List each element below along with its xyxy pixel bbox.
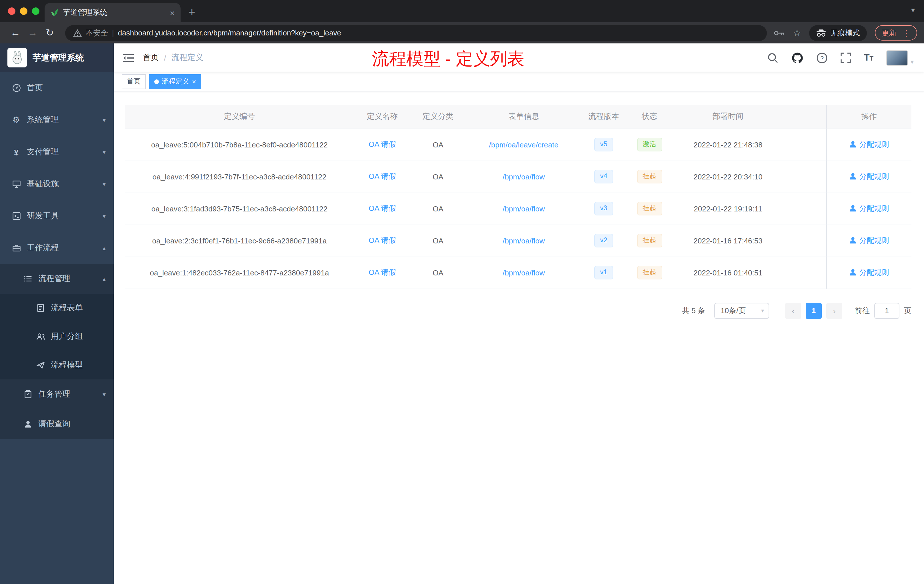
help-icon[interactable]: ? [817, 52, 827, 63]
column-header-deploy-time: 部署时间 [674, 105, 782, 129]
tag-close-icon[interactable]: × [192, 78, 196, 86]
sidebar-item-user-group[interactable]: 用户分组 [0, 322, 114, 351]
sidebar-item-label: 基础设施 [27, 179, 97, 189]
breadcrumb: 首页 / 流程定义 [143, 53, 203, 63]
bookmark-star-icon[interactable]: ☆ [793, 27, 801, 38]
page-size-value: 10条/页 [721, 305, 746, 316]
assign-rule-link[interactable]: 分配规则 [849, 139, 889, 150]
svg-text:?: ? [820, 54, 824, 61]
security-label[interactable]: 不安全 [86, 28, 108, 38]
incognito-icon [816, 28, 826, 37]
pagination: 共 5 条 10条/页 ▾ ‹ 1 › 前往 页 [125, 303, 911, 318]
sidebar-item-process-form[interactable]: 流程表单 [0, 294, 114, 322]
tag-process-definition[interactable]: 流程定义 × [149, 74, 201, 89]
tab-search-icon[interactable]: ▾ [911, 6, 915, 14]
definition-name-link[interactable]: OA 请假 [369, 172, 396, 181]
tags-view-bar: 首页 流程定义 × [114, 72, 924, 91]
incognito-label: 无痕模式 [830, 28, 860, 38]
status-badge: 挂起 [637, 234, 662, 247]
assign-rule-label: 分配规则 [860, 203, 889, 214]
form-link[interactable]: /bpm/oa/leave/create [489, 140, 559, 149]
close-window-button[interactable] [8, 7, 15, 15]
breadcrumb-home[interactable]: 首页 [143, 53, 159, 63]
model-icon [35, 361, 45, 370]
sidebar-item-process-management[interactable]: 流程管理 ▴ [0, 264, 114, 294]
form-link[interactable]: /bpm/oa/flow [503, 236, 544, 245]
url-text[interactable]: dashboard.yudao.iocoder.cn/bpm/manager/d… [118, 28, 341, 37]
browser-toolbar: ← → ↻ 不安全 | dashboard.yudao.iocoder.cn/b… [0, 22, 924, 43]
definition-name-link[interactable]: OA 请假 [369, 268, 396, 277]
assign-user-icon [849, 205, 856, 212]
new-tab-button[interactable]: + [188, 6, 195, 19]
prev-page-button[interactable]: ‹ [785, 303, 801, 318]
window-controls [8, 7, 40, 15]
search-icon[interactable] [767, 52, 778, 63]
assign-rule-label: 分配规则 [860, 236, 889, 246]
sidebar-item-workflow[interactable]: 工作流程 ▴ [0, 232, 114, 264]
infrastructure-icon [12, 180, 21, 188]
sidebar-item-leave-query[interactable]: 请假查询 [0, 409, 114, 439]
sidebar-item-devtools[interactable]: 研发工具 ▾ [0, 200, 114, 232]
update-button[interactable]: 更新 ⋮ [875, 25, 917, 41]
avatar[interactable] [886, 50, 908, 66]
definition-name-link[interactable]: OA 请假 [369, 204, 396, 213]
sidebar-logo-row[interactable]: 芋道管理系统 [0, 43, 114, 72]
cell-spacer [782, 129, 826, 160]
form-link[interactable]: /bpm/oa/flow [503, 172, 544, 181]
assign-rule-link[interactable]: 分配规则 [849, 172, 889, 182]
assign-rule-label: 分配规则 [860, 267, 889, 278]
chevron-up-icon: ▴ [102, 244, 106, 252]
browser-menu-icon[interactable]: ⋮ [902, 28, 910, 38]
tag-home[interactable]: 首页 [122, 74, 146, 89]
assign-user-icon [849, 141, 856, 148]
sidebar-item-task-management[interactable]: 任务管理 ▾ [0, 379, 114, 409]
cell-category: OA [411, 224, 465, 257]
browser-tab[interactable]: 芋道管理系统 × [45, 3, 181, 22]
tab-close-icon[interactable]: × [170, 8, 175, 17]
definition-name-link[interactable]: OA 请假 [369, 236, 396, 244]
form-link[interactable]: /bpm/oa/flow [503, 268, 544, 277]
github-icon[interactable] [792, 52, 804, 64]
version-badge: v1 [594, 266, 613, 279]
sidebar-item-payment[interactable]: ¥ 支付管理 ▾ [0, 136, 114, 168]
form-link[interactable]: /bpm/oa/flow [503, 204, 544, 213]
cell-spacer [782, 224, 826, 257]
assign-rule-link[interactable]: 分配规则 [849, 203, 889, 214]
cell-definition-id: oa_leave:4:991f2193-7b7f-11ec-a3c8-acde4… [125, 160, 354, 193]
font-size-icon[interactable]: TT [864, 53, 873, 63]
address-bar[interactable]: 不安全 | dashboard.yudao.iocoder.cn/bpm/man… [65, 25, 767, 41]
assign-rule-link[interactable]: 分配规则 [849, 236, 889, 246]
sidebar-item-infrastructure[interactable]: 基础设施 ▾ [0, 168, 114, 200]
chevron-down-icon: ▾ [102, 116, 106, 124]
breadcrumb-separator: / [164, 53, 166, 62]
page-number-button[interactable]: 1 [806, 303, 822, 318]
sidebar-item-process-model[interactable]: 流程模型 [0, 351, 114, 379]
sidebar-item-system[interactable]: ⚙ 系统管理 ▾ [0, 104, 114, 136]
active-tag-dot [154, 79, 159, 84]
key-icon[interactable] [774, 30, 785, 36]
next-page-button[interactable]: › [826, 303, 842, 318]
browser-window: 芋道管理系统 × + ▾ ← → ↻ 不安全 | dashboard.yudao… [0, 0, 924, 584]
cell-category: OA [411, 129, 465, 160]
definition-name-link[interactable]: OA 请假 [369, 140, 396, 148]
zoom-window-button[interactable] [32, 7, 40, 15]
task-icon [23, 390, 33, 399]
chevron-down-icon: ▾ [911, 58, 914, 66]
reload-button[interactable]: ↻ [41, 27, 58, 39]
toolbar-right: ☆ 无痕模式 更新 ⋮ [774, 25, 917, 41]
minimize-window-button[interactable] [20, 7, 27, 15]
status-badge: 挂起 [637, 202, 662, 215]
page-jump-input[interactable] [874, 303, 899, 318]
sidebar: 芋道管理系统 首页 ⚙ 系统管理 ▾ ¥ 支付管理 ▾ [0, 43, 114, 584]
warning-icon [73, 29, 82, 37]
sidebar-fold-icon[interactable] [123, 53, 134, 63]
user-menu[interactable]: ▾ [886, 50, 914, 66]
page-size-select[interactable]: 10条/页 ▾ [714, 303, 769, 318]
forward-button[interactable]: → [24, 27, 41, 39]
sidebar-item-label: 系统管理 [27, 115, 97, 125]
fullscreen-icon[interactable] [841, 53, 851, 63]
sidebar-item-home[interactable]: 首页 [0, 72, 114, 104]
back-button[interactable]: ← [7, 27, 24, 39]
assign-rule-link[interactable]: 分配规则 [849, 267, 889, 278]
version-badge: v5 [594, 138, 613, 151]
